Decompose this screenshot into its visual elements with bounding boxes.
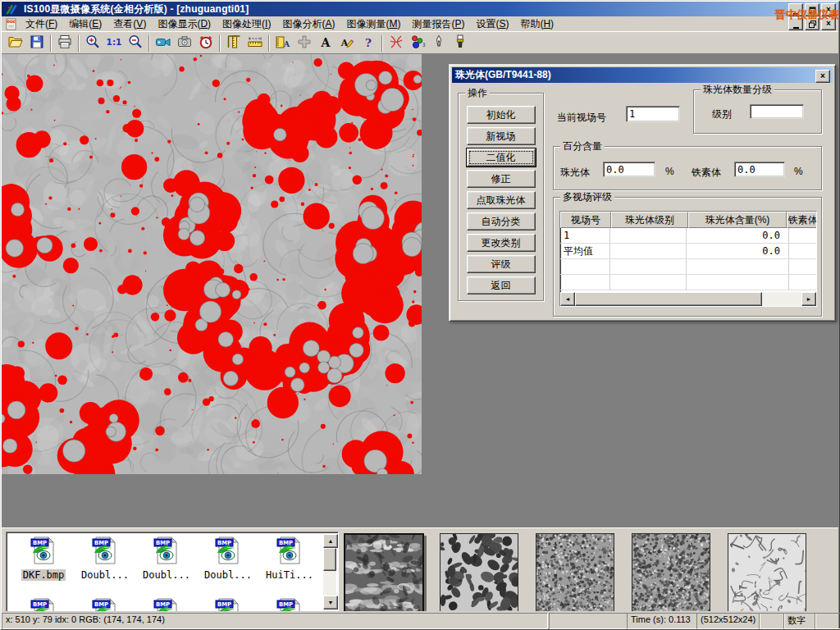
table-header-3[interactable]: 铁素体含量(%) — [787, 212, 817, 228]
pearlite-input[interactable] — [603, 162, 655, 177]
toolbar-timer-button[interactable] — [195, 34, 217, 53]
correct-button[interactable]: 修正 — [467, 170, 536, 188]
auto-classify-button[interactable]: 自动分类 — [467, 212, 536, 231]
file-list-scrollbar[interactable]: ▲ ▼ — [323, 534, 336, 609]
table-header-0[interactable]: 视场号 — [560, 212, 611, 228]
toolbar-zoom-out-button[interactable] — [125, 34, 146, 53]
percent-group: 百分含量 珠光体 % 铁素体 % — [553, 146, 822, 190]
ferrite-input[interactable] — [734, 162, 785, 177]
toolbar-annotate-button[interactable]: A — [336, 34, 358, 53]
toolbar-print-button[interactable] — [54, 34, 75, 53]
toolbar-snapshot-button[interactable] — [174, 34, 195, 53]
file-item-0[interactable]: BMPDKF.bmp — [13, 536, 74, 581]
title-bar: IS100显微摄像系统(金相分析版) - [zhuguangti01] × — [2, 2, 838, 16]
hscroll-right-button[interactable]: ► — [801, 292, 816, 306]
toolbar-open-button[interactable] — [5, 34, 26, 53]
toolbar-save-button[interactable] — [26, 34, 48, 53]
rate-button[interactable]: 评级 — [467, 255, 536, 273]
svg-text:1:1: 1:1 — [107, 37, 122, 47]
table-header-1[interactable]: 珠光体级别 — [611, 212, 688, 228]
menu-item-h[interactable]: 帮助(H) — [514, 16, 559, 32]
percent-group-label: 百分含量 — [560, 140, 605, 152]
vscroll-down-button[interactable]: ▼ — [323, 596, 338, 609]
hscroll-thumb[interactable] — [575, 292, 762, 306]
metallograph-image[interactable] — [2, 54, 422, 474]
table-row-0[interactable]: 10.0 — [560, 228, 816, 244]
current-field-input[interactable] — [626, 106, 680, 122]
menu-item-d[interactable]: 图像显示(D) — [152, 16, 217, 32]
app-logo-icon — [4, 2, 19, 16]
toolbar-help-button[interactable]: ? — [358, 34, 379, 53]
thumb-banded-dark[interactable] — [344, 533, 424, 614]
hscroll-track[interactable] — [762, 292, 801, 306]
file-item-row2-4[interactable]: BMP — [259, 597, 320, 612]
table-hscrollbar[interactable]: ◄ ► — [560, 292, 816, 306]
file-item-1[interactable]: BMPDoubl... — [75, 536, 135, 581]
toolbar-ruler-button[interactable] — [244, 34, 266, 53]
thumb-coarse-blobs[interactable] — [440, 533, 518, 612]
toolbar-grain-curve-button[interactable] — [386, 34, 407, 53]
menu-item-a[interactable]: 图像分析(A) — [276, 16, 340, 32]
menu-items: 文件(F)编辑(E)查看(V)图像显示(D)图像处理(I)图像分析(A)图像测量… — [20, 16, 559, 32]
document-system-icon[interactable]: DOC — [3, 17, 18, 30]
toolbar-actual-size-button[interactable]: 1:1 — [103, 34, 125, 53]
window-title: IS100显微摄像系统(金相分析版) - [zhuguangti01] — [24, 2, 249, 16]
vscroll-up-button[interactable]: ▲ — [323, 534, 338, 548]
grade-input[interactable] — [750, 104, 804, 119]
thumb-fine-speckle-1[interactable] — [536, 533, 614, 612]
menu-item-s[interactable]: 设置(S) — [470, 16, 514, 32]
thumb-fine-speckle-2[interactable] — [632, 533, 710, 612]
file-name-label: Doubl... — [203, 569, 253, 581]
help-icon: ? — [360, 34, 377, 52]
zoom-in-icon — [84, 34, 101, 52]
snapshot-icon — [176, 34, 193, 52]
file-list: ▲ ▼ BMPDKF.bmpBMPBMPDoubl...BMPBMPDoubl.… — [6, 532, 339, 612]
toolbar-brush-button[interactable] — [450, 34, 471, 53]
file-item-row2-0[interactable]: BMP — [13, 597, 74, 612]
annotate-icon: A — [339, 34, 355, 52]
menu-item-f[interactable]: 文件(F) — [20, 16, 63, 32]
table-cell: 1 — [560, 228, 610, 244]
file-item-row2-2[interactable]: BMP — [136, 597, 197, 612]
grading-group-label: 珠光体数量分级 — [701, 84, 774, 95]
toolbar-zoom-in-button[interactable] — [82, 34, 103, 53]
initialize-button[interactable]: 初始化 — [467, 106, 536, 124]
change-class-button[interactable]: 更改类别 — [467, 234, 536, 252]
open-icon — [7, 34, 24, 52]
table-cell: 0.0 — [687, 228, 789, 244]
file-item-row2-3[interactable]: BMP — [198, 597, 258, 612]
binarize-button[interactable]: 二值化 — [467, 148, 536, 167]
menu-item-p[interactable]: 测量报告(P) — [406, 16, 470, 32]
vscroll-thumb[interactable] — [323, 548, 336, 571]
thumb-light-flakes[interactable] — [728, 533, 806, 612]
file-item-3[interactable]: BMPDoubl... — [198, 536, 258, 581]
table-header-2[interactable]: 珠光体含量(%) — [688, 212, 787, 228]
dialog-close-button[interactable]: × — [815, 70, 830, 83]
file-name-label: Doubl... — [80, 569, 130, 581]
file-item-2[interactable]: BMPDoubl... — [136, 536, 197, 581]
toolbar-measure-text-button[interactable]: A — [272, 34, 294, 53]
table-row-3[interactable] — [560, 275, 816, 290]
menu-item-v[interactable]: 查看(V) — [107, 16, 152, 32]
toolbar-text-button[interactable]: A — [315, 34, 336, 53]
new-field-button[interactable]: 新视场 — [467, 127, 536, 145]
toolbar-pen-button[interactable] — [428, 34, 450, 53]
menu-item-i[interactable]: 图像处理(I) — [217, 16, 276, 32]
menu-item-e[interactable]: 编辑(E) — [63, 16, 107, 32]
pick-pearlite-button[interactable]: 点取珠光体 — [467, 191, 536, 209]
table-row-1[interactable]: 平均值0.0 — [560, 244, 816, 259]
menu-item-m[interactable]: 图像测量(M) — [340, 16, 406, 32]
toolbar-count-particles-button[interactable]: 3 — [407, 34, 428, 53]
table-row-2[interactable] — [560, 259, 816, 275]
return-button[interactable]: 返回 — [467, 276, 536, 294]
file-item-row2-1[interactable]: BMP — [75, 597, 135, 612]
file-item-4[interactable]: BMPHuiTi... — [259, 536, 320, 581]
dialog-title: 珠光体(GB/T9441-88) — [455, 68, 551, 82]
hscroll-left-button[interactable]: ◄ — [560, 292, 575, 306]
vscroll-track[interactable] — [323, 571, 336, 596]
toolbar-height-gauge-button[interactable] — [223, 34, 244, 53]
toolbar-video-camera-button[interactable] — [153, 34, 174, 53]
bmp-file-icon: BMP — [91, 556, 119, 568]
toolbar-move-cross-button[interactable] — [294, 34, 315, 53]
multifield-group-label: 多视场评级 — [560, 191, 614, 203]
